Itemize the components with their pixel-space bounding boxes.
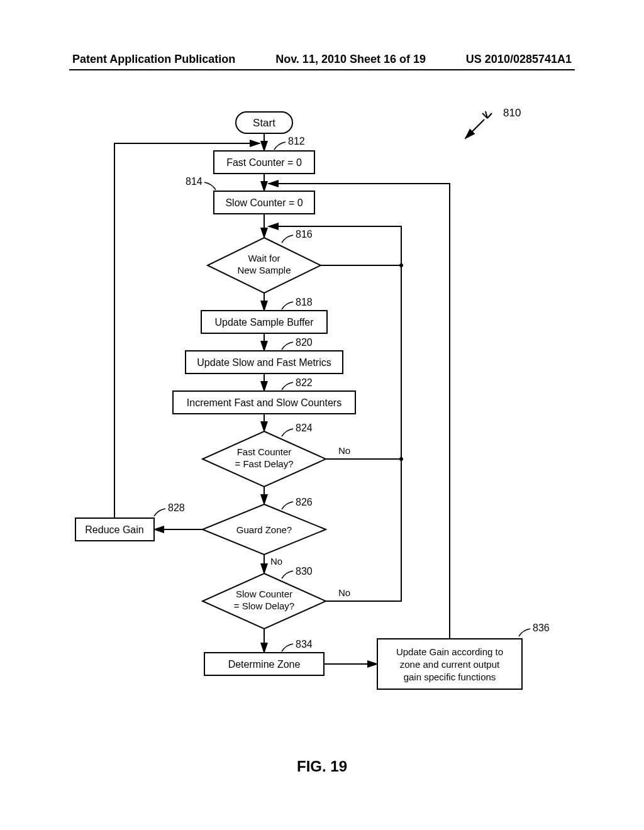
refnum-834: 834 bbox=[296, 639, 313, 650]
header-left: Patent Application Publication bbox=[72, 53, 235, 66]
text-836b: zone and current output bbox=[400, 659, 500, 670]
refnum-830: 830 bbox=[296, 566, 313, 577]
node-824: Fast Counter = Fast Delay? 824 bbox=[203, 423, 326, 487]
text-828: Reduce Gain bbox=[85, 524, 143, 535]
text-816a: Wait for bbox=[248, 253, 280, 263]
text-812: Fast Counter = 0 bbox=[226, 157, 302, 168]
refnum-820: 820 bbox=[296, 337, 313, 348]
refnum-822: 822 bbox=[296, 377, 313, 388]
text-818: Update Sample Buffer bbox=[214, 317, 314, 328]
svg-line-2 bbox=[487, 113, 492, 118]
text-830a: Slow Counter bbox=[236, 589, 292, 599]
start-node: Start bbox=[236, 112, 292, 133]
edge-830-no-loop bbox=[326, 459, 401, 601]
refnum-824: 824 bbox=[296, 423, 313, 433]
node-814: Slow Counter = 0 814 bbox=[186, 176, 314, 214]
refnum-814: 814 bbox=[186, 176, 203, 187]
text-836c: gain specific functions bbox=[404, 672, 496, 682]
ref-810: 810 bbox=[465, 107, 521, 138]
refnum-826: 826 bbox=[296, 497, 313, 507]
header-right: US 2010/0285741A1 bbox=[466, 53, 572, 66]
text-836a: Update Gain according to bbox=[396, 646, 503, 657]
refnum-812: 812 bbox=[288, 136, 305, 147]
figure-caption: FIG. 19 bbox=[0, 758, 644, 775]
page: Patent Application Publication Nov. 11, … bbox=[0, 0, 644, 830]
node-836: Update Gain according to zone and curren… bbox=[377, 622, 550, 689]
text-830b: = Slow Delay? bbox=[234, 600, 294, 611]
junction-2 bbox=[399, 457, 403, 461]
text-820: Update Slow and Fast Metrics bbox=[197, 357, 331, 368]
text-824b: = Fast Delay? bbox=[235, 458, 294, 469]
refnum-816: 816 bbox=[296, 229, 313, 240]
text-826: Guard Zone? bbox=[236, 524, 292, 535]
header-rule bbox=[69, 69, 575, 70]
flowchart: 810 Start Fast Counter = 0 812 Slow Coun… bbox=[69, 101, 572, 742]
text-816b: New Sample bbox=[237, 265, 291, 275]
refnum-836: 836 bbox=[533, 622, 550, 633]
refnum-828: 828 bbox=[168, 502, 185, 513]
header-center: Nov. 11, 2010 Sheet 16 of 19 bbox=[275, 53, 426, 66]
text-834: Determine Zone bbox=[228, 659, 301, 670]
node-826: Guard Zone? 826 bbox=[203, 497, 326, 555]
text-822: Increment Fast and Slow Counters bbox=[187, 397, 341, 408]
svg-line-0 bbox=[465, 119, 484, 138]
node-828: Reduce Gain 828 bbox=[75, 502, 185, 541]
refnum-810: 810 bbox=[503, 107, 521, 119]
refnum-818: 818 bbox=[296, 297, 313, 307]
start-text: Start bbox=[253, 117, 275, 129]
text-824a: Fast Counter bbox=[237, 446, 292, 457]
page-header: Patent Application Publication Nov. 11, … bbox=[72, 53, 572, 66]
label-no-830: No bbox=[338, 587, 350, 598]
label-no-824: No bbox=[338, 445, 350, 456]
node-830: Slow Counter = Slow Delay? 830 bbox=[203, 566, 326, 629]
node-816: Wait for New Sample 816 bbox=[208, 229, 321, 293]
label-no-826: No bbox=[270, 556, 282, 567]
text-814: Slow Counter = 0 bbox=[225, 197, 303, 208]
